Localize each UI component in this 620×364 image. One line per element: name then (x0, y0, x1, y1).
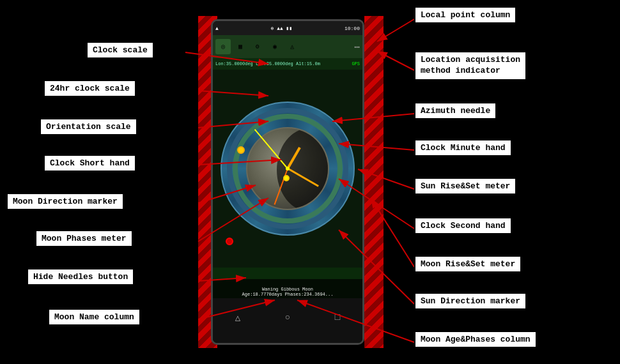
label-sun-riseset-meter: Sun Rise&Set meter (414, 178, 516, 195)
nav-back[interactable]: △ (235, 312, 240, 323)
gps-info-bar: Lon:35.0000deg Lat:35.0000deg Alt:15.0m … (213, 58, 362, 70)
toolbar-icon-5[interactable]: ◬ (284, 39, 300, 54)
moon-age-phases: Age:18.7770days Phases:234.3694... (242, 292, 334, 297)
toolbar-icon-1[interactable]: ◎ (215, 39, 231, 54)
gps-text: Lon:35.0000deg Lat:35.0000deg Alt:15.0m (215, 61, 320, 66)
status-time: 10:00 (345, 26, 360, 31)
label-clock-minute-hand: Clock Minute hand (414, 139, 512, 156)
label-orientation-scale: Orientation scale (40, 118, 137, 135)
nav-bar: △ ○ □ (213, 298, 362, 343)
label-clock-short-hand: Clock Short hand (43, 155, 136, 172)
label-moon-age-phases: Moon Age&Phases column (414, 331, 537, 348)
moon-name: Waning Gibbous Moon (262, 287, 313, 292)
sun-direction-marker (283, 175, 290, 181)
status-bar: ▲ ⊕ ▲▲ ▮▮ 10:00 (213, 21, 362, 35)
label-sun-direction-marker: Sun Direction marker (414, 292, 527, 310)
toolbar-icon-2[interactable]: ▦ (233, 39, 248, 54)
clock-center (286, 167, 290, 171)
red-border-right (364, 16, 384, 348)
phone-mockup: ▲ ⊕ ▲▲ ▮▮ 10:00 ◎ ▦ ⚙ ◉ ◬ ⋯ Lon:35.0000d… (211, 19, 364, 345)
status-left-icon: ▲ (215, 26, 219, 31)
label-clock-scale: Clock scale (86, 42, 154, 59)
label-azimuth-needle: Azimuth needle (414, 102, 497, 119)
label-moon-phases-meter: Moon Phases meter (35, 230, 133, 247)
hide-needles-button-indicator[interactable] (226, 238, 233, 245)
label-moon-direction-marker: Moon Direction marker (6, 193, 124, 210)
label-moon-riseset-meter: Moon Rise&Set meter (414, 255, 522, 273)
toolbar-icon-4[interactable]: ◉ (267, 39, 283, 54)
label-hide-needles-button: Hide Needles button (27, 268, 134, 285)
label-local-point-column: Local point column (414, 6, 516, 24)
gps-label: GPS (352, 61, 360, 66)
label-location-acquisition: Location acquisitionmethod indicator (414, 51, 527, 80)
toolbar-more[interactable]: ⋯ (355, 42, 360, 52)
compass-area (213, 70, 362, 268)
phone-screen: ▲ ⊕ ▲▲ ▮▮ 10:00 ◎ ▦ ⚙ ◉ ◬ ⋯ Lon:35.0000d… (213, 21, 362, 343)
label-clock-second-hand: Clock Second hand (414, 217, 512, 234)
nav-recent[interactable]: □ (335, 312, 340, 322)
nav-home[interactable]: ○ (285, 312, 290, 322)
moon-shadow (277, 128, 329, 210)
label-24hr-clock-scale: 24hr clock scale (43, 80, 136, 97)
status-location: ⊕ ▲▲ ▮▮ (271, 26, 293, 31)
toolbar-icon-3[interactable]: ⚙ (250, 39, 265, 54)
moon-direction-marker (237, 146, 245, 154)
app-toolbar: ◎ ▦ ⚙ ◉ ◬ ⋯ (213, 35, 362, 58)
label-moon-name-column: Moon Name column (48, 308, 141, 326)
